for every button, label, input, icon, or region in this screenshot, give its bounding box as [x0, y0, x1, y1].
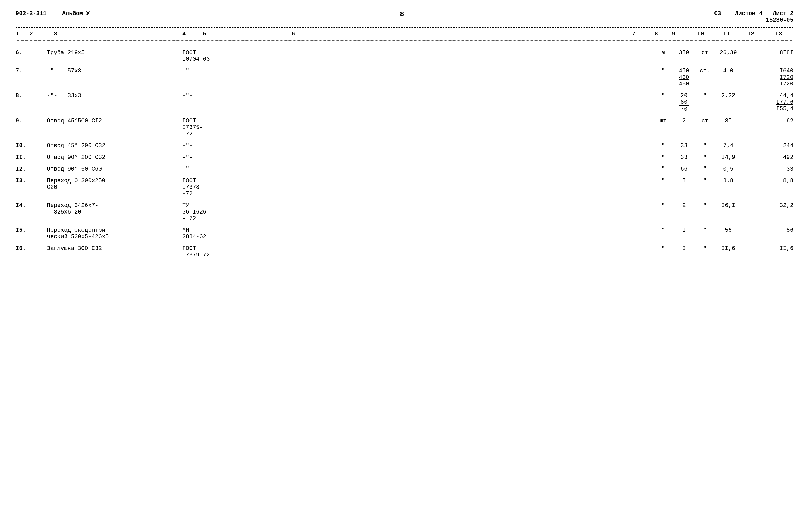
row-16-unit: "	[653, 245, 674, 252]
row-7-mat: ст.	[694, 68, 715, 74]
row-15-mat: "	[694, 227, 715, 234]
row-8-gost: -"-	[182, 92, 292, 99]
row-15-num: I5.	[16, 227, 47, 234]
col-header-9: 9 __	[668, 31, 689, 37]
album: Альбом У	[62, 11, 90, 17]
row-12-qty: 66	[674, 166, 694, 172]
row-9-mat: ст	[694, 118, 715, 124]
row-13-mass1: 8,8	[715, 177, 741, 184]
header-right: С3 Листов 4 Лист 2 15230-05	[714, 11, 793, 23]
row-15-gost: МН2884-62	[182, 227, 292, 240]
col-header-8: 8_	[648, 31, 668, 37]
center-number: 8	[400, 11, 404, 18]
row-11-unit: "	[653, 154, 674, 161]
row-10-mat: "	[694, 142, 715, 149]
row-16-qty: I	[674, 245, 694, 252]
row-13-unit: "	[653, 177, 674, 184]
table-row: 9. Отвод 45°500 СI2 ГОСТI7375--72 шт 2 с…	[16, 114, 793, 139]
row-10-qty: 33	[674, 142, 694, 149]
row-9-name: Отвод 45°500 СI2	[47, 118, 182, 124]
row-11-gost: -"-	[182, 154, 292, 161]
row-8-mat: "	[694, 92, 715, 99]
row-6-mass1: 26,39	[715, 50, 741, 56]
table-row: I6. Заглушка 300 С32 ГОСТI7379-72 " I " …	[16, 242, 793, 260]
row-16-num: I6.	[16, 245, 47, 252]
row-16-gost: ГОСТI7379-72	[182, 245, 292, 258]
row-8-num: 8.	[16, 92, 47, 99]
row-7-unit: "	[653, 68, 674, 74]
row-9-unit: шт	[653, 118, 674, 124]
row-13-gost: ГОСТI7378--72	[182, 177, 292, 197]
col-header-1: I _ 2_	[16, 31, 47, 37]
table-row: I3. Переход Э 300х250С20 ГОСТI7378--72 "…	[16, 174, 793, 199]
data-table: 6. Труба 219х5 ГОСТI0704-63 м 3I0 ст 26,…	[16, 46, 793, 260]
row-12-gost: -"-	[182, 166, 292, 172]
row-8-mass2: 44,4 I77,6 I55,4	[741, 92, 793, 112]
row-6-gost: ГОСТI0704-63	[182, 50, 292, 63]
col-header-10: I0_	[689, 31, 715, 37]
row-12-mass2: 33	[741, 166, 793, 172]
row-12-name: Отвод 90° 50 С60	[47, 166, 182, 172]
table-row: I0. Отвод 45° 200 С32 -"- " 33 " 7,4 244	[16, 139, 793, 151]
col-header-6: 6________	[292, 31, 627, 37]
table-row: 8. -"- 33х3 -"- " 20 80 70 " 2,22 44,4 I…	[16, 89, 793, 114]
row-14-qty: 2	[674, 202, 694, 209]
col-header-13: I3_	[767, 31, 793, 37]
doc-number: 902-2-311	[16, 11, 47, 17]
row-9-mass2: 62	[741, 118, 793, 124]
row-8-qty: 20 80 70	[674, 92, 694, 113]
table-row: I4. Переход 3426х7-- 325х6-20 ТУ36-I626-…	[16, 199, 793, 223]
row-11-mat: "	[694, 154, 715, 161]
table-row: I5. Переход эксцентри-ческий 530х5-426х5…	[16, 223, 793, 242]
row-16-mat: "	[694, 245, 715, 252]
row-10-unit: "	[653, 142, 674, 149]
row-14-unit: "	[653, 202, 674, 209]
row-13-mat: "	[694, 177, 715, 184]
table-row: II. Отвод 90° 200 С32 -"- " 33 " I4,9 49…	[16, 151, 793, 162]
row-10-num: I0.	[16, 142, 47, 149]
row-10-mass2: 244	[741, 142, 793, 149]
row-12-unit: "	[653, 166, 674, 172]
row-7-mass1: 4,0	[715, 68, 741, 74]
row-12-mass1: 0,5	[715, 166, 741, 172]
row-6-mat: ст	[694, 50, 715, 56]
sheet-sub: 15230-05	[714, 17, 793, 23]
row-6-num: 6.	[16, 50, 47, 56]
top-dashed-line	[16, 27, 793, 28]
row-11-mass2: 492	[741, 154, 793, 161]
row-7-num: 7.	[16, 68, 47, 74]
col-header-4: 4 ___ 5 __	[182, 31, 292, 37]
row-15-unit: "	[653, 227, 674, 234]
row-12-mat: "	[694, 166, 715, 172]
row-14-mass1: I6,I	[715, 202, 741, 209]
row-16-name: Заглушка 300 С32	[47, 245, 182, 252]
row-10-name: Отвод 45° 200 С32	[47, 142, 182, 149]
header-left: 902-2-311 Альбом У	[16, 11, 90, 17]
row-6-name: Труба 219х5	[47, 50, 182, 56]
row-15-name: Переход эксцентри-ческий 530х5-426х5	[47, 227, 182, 240]
row-13-qty: I	[674, 177, 694, 184]
row-8-unit: "	[653, 92, 674, 99]
row-14-gost: ТУ36-I626-- 72	[182, 202, 292, 222]
col-header-3: _ 3___________	[47, 31, 182, 37]
row-15-mass2: 56	[741, 227, 793, 234]
row-13-num: I3.	[16, 177, 47, 184]
row-8-name: -"- 33х3	[47, 92, 182, 99]
row-7-mass2: I640 I720 I720	[741, 68, 793, 87]
row-16-mass1: II,6	[715, 245, 741, 252]
col-header-12: I2__	[741, 31, 767, 37]
row-7-name: -"- 57х3	[47, 68, 182, 74]
row-10-mass1: 7,4	[715, 142, 741, 149]
col-header-7: 7 _	[627, 31, 648, 37]
row-9-mass1: 3I	[715, 118, 741, 124]
table-row: 6. Труба 219х5 ГОСТI0704-63 м 3I0 ст 26,…	[16, 46, 793, 64]
row-6-qty: 3I0	[674, 50, 694, 56]
row-6-mass2: 8I8I	[741, 50, 793, 56]
row-14-name: Переход 3426х7-- 325х6-20	[47, 202, 182, 216]
row-14-mass2: 32,2	[741, 202, 793, 209]
row-11-qty: 33	[674, 154, 694, 161]
row-10-gost: -"-	[182, 142, 292, 149]
row-13-mass2: 8,8	[741, 177, 793, 184]
row-11-name: Отвод 90° 200 С32	[47, 154, 182, 161]
row-11-mass1: I4,9	[715, 154, 741, 161]
